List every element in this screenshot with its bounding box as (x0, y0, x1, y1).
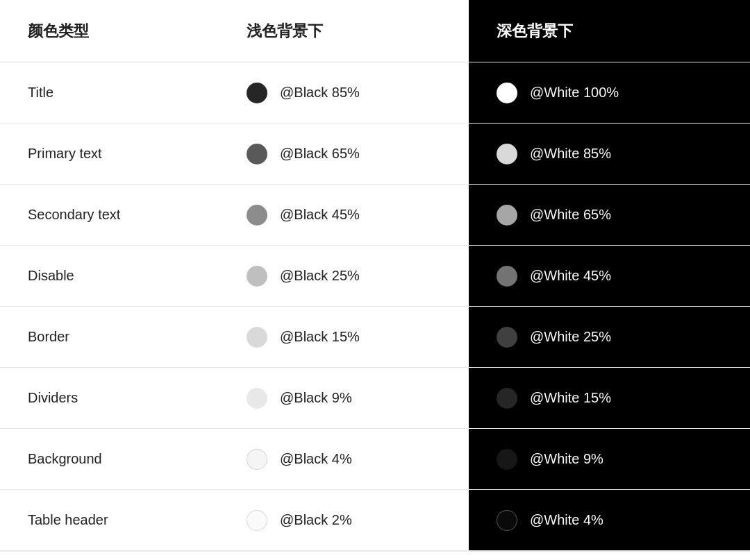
table-row: Dividers@Black 9%@White 15% (0, 368, 750, 429)
type-cell: Secondary text (0, 185, 219, 245)
col-header-type-label: 颜色类型 (28, 21, 89, 42)
table-row: Table header@Black 2%@White 4% (0, 490, 750, 551)
dark-label: @White 25% (530, 329, 611, 345)
light-label: @Black 65% (280, 146, 360, 162)
type-cell: Dividers (0, 368, 219, 428)
light-dot (247, 266, 267, 287)
col-header-dark: 深色背景下 (469, 0, 750, 62)
light-dot (247, 510, 267, 531)
light-dot (247, 449, 267, 470)
table-row: Secondary text@Black 45%@White 65% (0, 185, 750, 246)
dark-cell: @White 25% (469, 307, 750, 367)
col-header-type: 颜色类型 (0, 0, 219, 62)
type-cell: Border (0, 307, 219, 367)
type-cell: Disable (0, 246, 219, 306)
light-label: @Black 85% (280, 85, 360, 101)
table-row: Border@Black 15%@White 25% (0, 307, 750, 368)
dark-cell: @White 100% (469, 62, 750, 123)
table-row: Title@Black 85%@White 100% (0, 62, 750, 124)
type-cell: Background (0, 429, 219, 489)
dark-cell: @White 65% (469, 185, 750, 245)
light-cell: @Black 45% (219, 185, 469, 245)
light-cell: @Black 9% (219, 368, 469, 428)
dark-dot (497, 266, 517, 287)
dark-label: @White 15% (530, 390, 611, 406)
light-label: @Black 9% (280, 390, 352, 406)
dark-dot (497, 205, 517, 226)
light-dot (247, 205, 267, 226)
dark-cell: @White 9% (469, 429, 750, 489)
table-header-row: 颜色类型 浅色背景下 深色背景下 (0, 0, 750, 62)
type-cell: Title (0, 62, 219, 123)
dark-dot (497, 144, 517, 164)
table-row: Background@Black 4%@White 9% (0, 429, 750, 490)
footer: 来源：ant.design (0, 551, 750, 560)
type-cell: Table header (0, 490, 219, 550)
dark-label: @White 9% (530, 451, 603, 467)
table-row: Disable@Black 25%@White 45% (0, 246, 750, 307)
type-cell: Primary text (0, 124, 219, 184)
light-label: @Black 2% (280, 512, 352, 528)
dark-label: @White 4% (530, 512, 603, 528)
dark-dot (497, 83, 517, 103)
light-cell: @Black 2% (219, 490, 469, 550)
light-cell: @Black 65% (219, 124, 469, 184)
dark-label: @White 65% (530, 207, 611, 223)
light-cell: @Black 85% (219, 62, 469, 123)
light-dot (247, 388, 267, 409)
dark-dot (497, 327, 517, 348)
col-header-light: 浅色背景下 (219, 0, 469, 62)
col-header-light-label: 浅色背景下 (247, 21, 323, 42)
dark-label: @White 45% (530, 268, 611, 284)
dark-cell: @White 85% (469, 124, 750, 184)
light-cell: @Black 15% (219, 307, 469, 367)
dark-label: @White 100% (530, 85, 619, 101)
dark-dot (497, 510, 517, 531)
light-label: @Black 4% (280, 451, 352, 467)
light-label: @Black 25% (280, 268, 360, 284)
dark-cell: @White 45% (469, 246, 750, 306)
dark-dot (497, 388, 517, 409)
light-dot (247, 83, 267, 103)
light-label: @Black 45% (280, 207, 360, 223)
light-dot (247, 327, 267, 348)
light-label: @Black 15% (280, 329, 360, 345)
light-dot (247, 144, 267, 164)
color-table: 颜色类型 浅色背景下 深色背景下 Title@Black 85%@White 1… (0, 0, 750, 551)
table-row: Primary text@Black 65%@White 85% (0, 124, 750, 185)
light-cell: @Black 25% (219, 246, 469, 306)
dark-cell: @White 15% (469, 368, 750, 428)
light-cell: @Black 4% (219, 429, 469, 489)
dark-cell: @White 4% (469, 490, 750, 550)
dark-label: @White 85% (530, 146, 611, 162)
dark-dot (497, 449, 517, 470)
table-body: Title@Black 85%@White 100%Primary text@B… (0, 62, 750, 551)
col-header-dark-label: 深色背景下 (497, 21, 573, 42)
